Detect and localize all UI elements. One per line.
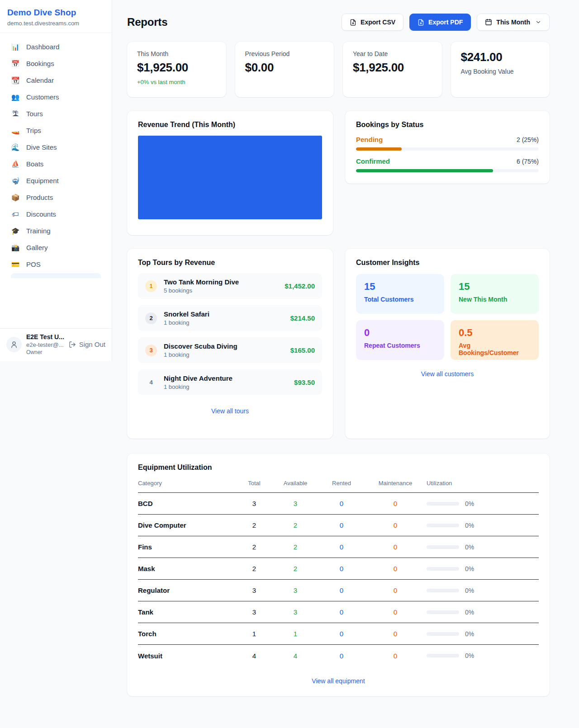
rank-badge: 1 <box>145 280 157 292</box>
col-maintenance: Maintenance <box>364 480 427 487</box>
status-count: 2 (25%) <box>517 136 539 143</box>
bookings-by-status-title: Bookings by Status <box>356 121 539 129</box>
credit-card-icon: 💳 <box>11 261 20 268</box>
top-tours-card: Top Tours by Revenue 1 Two Tank Morning … <box>127 249 333 439</box>
sidebar-item-label: Training <box>26 227 51 235</box>
chevron-down-icon <box>535 19 541 25</box>
person-icon <box>10 340 18 349</box>
cell-total: 1 <box>237 630 272 638</box>
utilization-bar <box>427 524 459 527</box>
sign-out-button[interactable]: Sign Out <box>69 340 105 348</box>
insight-label: Total Customers <box>364 296 436 303</box>
tour-name: Night Dive Adventure <box>164 374 233 382</box>
cell-available: 4 <box>272 652 319 660</box>
col-total: Total <box>237 480 272 487</box>
sidebar-item-dive-sites[interactable]: 🌊 Dive Sites <box>5 139 106 156</box>
cell-available: 3 <box>272 608 319 616</box>
insight-value: 15 <box>459 281 531 293</box>
stat-card-previous-period: Previous Period $0.00 <box>235 42 334 97</box>
view-all-equipment-link[interactable]: View all equipment <box>138 677 539 685</box>
rank-badge: 3 <box>145 345 157 356</box>
cell-available: 2 <box>272 565 319 572</box>
bookings-calendar-icon: 📅 <box>11 60 20 67</box>
sidebar-item-pos[interactable]: 💳 POS <box>5 256 106 273</box>
col-utilization: Utilization <box>427 480 539 487</box>
user-role: Owner <box>26 349 64 355</box>
utilization-bar <box>427 567 459 571</box>
sidebar-item-label: Dashboard <box>26 43 59 51</box>
cell-total: 2 <box>237 521 272 529</box>
table-row: Torch 1 1 0 0 0% <box>138 623 539 645</box>
top-tours-title: Top Tours by Revenue <box>138 259 322 267</box>
sidebar-item-label: Tours <box>26 110 43 118</box>
sidebar-item-label: Boats <box>26 160 43 168</box>
view-all-customers-link[interactable]: View all customers <box>356 370 539 378</box>
cell-maintenance: 0 <box>364 543 427 551</box>
revenue-trend-card: Revenue Trend (This Month) <box>127 111 333 235</box>
sidebar-item-discounts[interactable]: 🏷 Discounts <box>5 206 106 222</box>
revenue-trend-chart <box>138 136 322 219</box>
insights-row: Top Tours by Revenue 1 Two Tank Morning … <box>127 249 550 439</box>
utilization-label: 0% <box>465 609 474 616</box>
tour-bookings: 5 bookings <box>164 287 239 294</box>
tour-amount: $165.00 <box>290 346 315 354</box>
cell-utilization: 0% <box>427 630 539 638</box>
tour-bookings: 1 booking <box>164 383 233 390</box>
table-row: Tank 3 3 0 0 0% <box>138 601 539 623</box>
sidebar-item-equipment[interactable]: 🤿 Equipment <box>5 172 106 189</box>
insight-label: Repeat Customers <box>364 342 436 349</box>
revenue-trend-title: Revenue Trend (This Month) <box>138 121 322 129</box>
stat-value: $0.00 <box>245 61 324 75</box>
brand-domain: demo.test.divestreams.com <box>7 20 104 27</box>
utilization-label: 0% <box>465 544 474 551</box>
sidebar-user-footer: E2E Test U... e2e-tester@... Owner Sign … <box>0 328 112 361</box>
cell-category: Regulator <box>138 586 237 594</box>
sign-out-label: Sign Out <box>79 340 105 348</box>
cell-maintenance: 0 <box>364 521 427 529</box>
sidebar-item-trips[interactable]: 🚤 Trips <box>5 122 106 139</box>
sidebar-item-training[interactable]: 🎓 Training <box>5 222 106 239</box>
sidebar-item-reports-partial[interactable] <box>11 273 101 278</box>
sidebar-item-dashboard[interactable]: 📊 Dashboard <box>5 38 106 55</box>
sidebar-nav: 📊 Dashboard 📅 Bookings 📆 Calendar 👥 Cust… <box>0 33 112 328</box>
sidebar-item-customers[interactable]: 👥 Customers <box>5 89 106 105</box>
sidebar-item-boats[interactable]: ⛵ Boats <box>5 156 106 172</box>
export-csv-button[interactable]: Export CSV <box>342 14 403 31</box>
sidebar-item-gallery[interactable]: 📸 Gallery <box>5 239 106 256</box>
cell-rented: 0 <box>319 565 364 572</box>
stat-value: $241.00 <box>461 50 540 64</box>
status-label: Pending <box>356 136 383 143</box>
insight-repeat-customers: 0 Repeat Customers <box>356 320 444 360</box>
user-meta: E2E Test U... e2e-tester@... Owner <box>26 333 64 355</box>
sidebar-item-products[interactable]: 📦 Products <box>5 189 106 206</box>
cell-rented: 0 <box>319 543 364 551</box>
cell-maintenance: 0 <box>364 565 427 572</box>
period-dropdown[interactable]: This Month <box>477 14 550 31</box>
sidebar-item-label: Products <box>26 194 53 201</box>
cell-available: 3 <box>272 500 319 507</box>
export-csv-label: Export CSV <box>361 19 395 26</box>
tag-icon: 🏷 <box>11 211 20 217</box>
sign-out-icon <box>69 341 76 348</box>
insights-grid: 15 Total Customers 15 New This Month 0 R… <box>356 274 539 360</box>
sidebar-item-label: Customers <box>26 93 59 101</box>
sidebar-item-tours[interactable]: 🏝 Tours <box>5 105 106 122</box>
table-row: Wetsuit 4 4 0 0 0% <box>138 645 539 667</box>
cell-total: 3 <box>237 608 272 616</box>
tour-amount: $1,452.00 <box>285 282 315 290</box>
cell-available: 2 <box>272 521 319 529</box>
status-count: 6 (75%) <box>517 158 539 165</box>
insight-label: New This Month <box>459 296 531 303</box>
export-pdf-button[interactable]: Export PDF <box>409 14 471 31</box>
stat-label: This Month <box>137 50 216 57</box>
utilization-bar <box>427 502 459 506</box>
cell-maintenance: 0 <box>364 500 427 507</box>
table-row: Dive Computer 2 2 0 0 0% <box>138 515 539 536</box>
view-all-tours-link[interactable]: View all tours <box>138 407 322 415</box>
sidebar-item-bookings[interactable]: 📅 Bookings <box>5 55 106 72</box>
table-row: Fins 2 2 0 0 0% <box>138 536 539 558</box>
utilization-label: 0% <box>465 652 474 659</box>
status-row-confirmed: Confirmed 6 (75%) <box>356 157 539 172</box>
customer-insights-card: Customer Insights 15 Total Customers 15 … <box>345 249 550 439</box>
sidebar-item-calendar[interactable]: 📆 Calendar <box>5 72 106 89</box>
